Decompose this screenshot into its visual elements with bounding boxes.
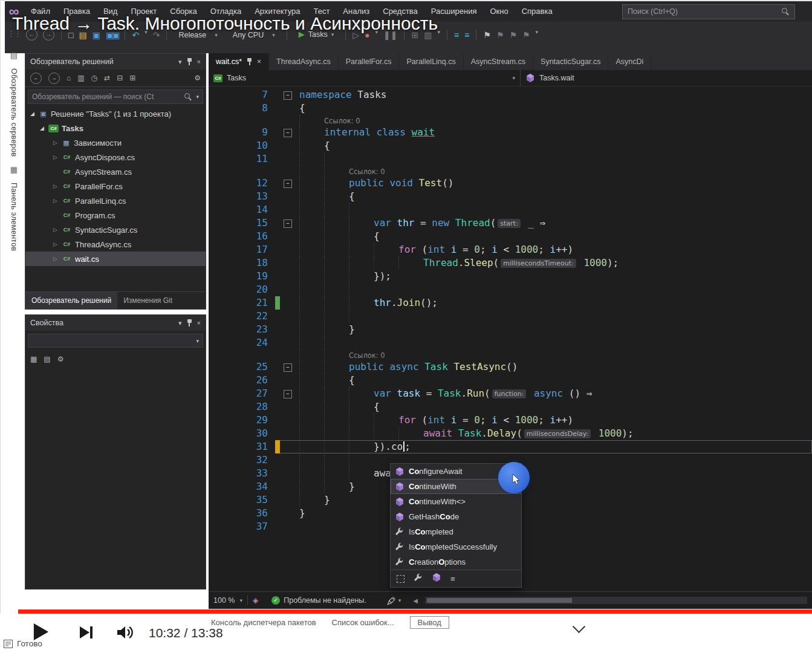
codelens-row[interactable]: Ссылок: 0 — [209, 349, 812, 360]
menu-item[interactable]: Справка — [515, 1, 559, 22]
menu-item[interactable]: Окно — [483, 1, 515, 22]
code-line[interactable]: 18Thread.Sleep(millisecondsTimeout: 1000… — [209, 256, 812, 270]
tree-item-solution[interactable]: ◢▣Решение "Tasks" (1 из 1 проекта) — [25, 106, 206, 121]
chevron-down-icon[interactable] — [573, 620, 585, 633]
fold-marker[interactable]: − — [280, 126, 296, 139]
completion-item[interactable]: ContinueWith<> — [391, 494, 521, 509]
volume-button[interactable] — [116, 625, 134, 643]
close-icon[interactable]: × — [197, 58, 201, 65]
alphabetical-icon[interactable]: ▤ — [44, 355, 50, 363]
tree-item-project[interactable]: ◢C#Tasks — [25, 121, 206, 135]
collapsed-arrow-icon[interactable]: ▷ — [52, 198, 59, 204]
chevron-down-icon[interactable]: ▾ — [178, 319, 182, 327]
completion-item[interactable]: GetHashCode — [391, 509, 521, 524]
code-line[interactable]: 10{ — [209, 139, 812, 152]
tree-item[interactable]: ▷C#AsyncDispose.cs — [25, 150, 206, 164]
chevron-down-icon[interactable]: ▾ — [239, 597, 242, 603]
tree-item[interactable]: C#Program.cs — [25, 208, 206, 223]
document-tab[interactable]: AsyncStream.cs — [464, 53, 533, 70]
collapsed-arrow-icon[interactable]: ▷ — [52, 183, 59, 189]
code-line[interactable]: 14 — [209, 203, 812, 216]
next-video-button[interactable] — [79, 625, 94, 643]
decrease-indent-icon[interactable]: ≡ — [454, 29, 459, 41]
clear-bookmarks-icon[interactable]: ⚑ — [522, 29, 530, 41]
code-line[interactable]: 12−public void Test() — [209, 177, 812, 190]
codelens-row[interactable]: Ссылок: 0 — [209, 115, 812, 126]
completion-item[interactable]: IsCompletedSuccessfully — [391, 539, 521, 554]
next-bookmark-icon[interactable]: ⚑ — [509, 29, 517, 41]
filter-all-icon[interactable] — [397, 575, 404, 583]
tree-item[interactable]: ▷C#ParallelFor.cs — [25, 179, 206, 193]
close-icon[interactable]: × — [197, 319, 201, 326]
collapse-box-icon[interactable]: − — [284, 91, 292, 100]
code-line[interactable]: 17for (int i = 0; i < 1000; i++) — [209, 243, 812, 256]
pin-icon[interactable] — [187, 319, 192, 327]
code-line[interactable]: 20 — [209, 283, 812, 296]
tree-item[interactable]: ▷C#ParallelLinq.cs — [25, 193, 206, 208]
collapse-all-icon[interactable]: ⊟ — [117, 74, 123, 82]
code-line[interactable]: 30await Task.Delay(millisecondsDelay: 10… — [209, 427, 812, 440]
horizontal-scrollbar[interactable] — [425, 597, 807, 604]
code-cleanup-button[interactable]: ▾ — [387, 596, 401, 605]
pending-changes-filter-icon[interactable]: ◷ — [91, 74, 97, 82]
collapse-box-icon[interactable]: − — [284, 180, 292, 188]
code-line[interactable]: 11 — [209, 152, 812, 166]
code-line[interactable]: 23} — [209, 323, 812, 336]
fold-marker[interactable]: − — [280, 216, 296, 230]
categorized-icon[interactable]: ▦ — [30, 355, 37, 363]
expanded-arrow-icon[interactable]: ◢ — [39, 125, 45, 131]
filter-methods-icon[interactable] — [432, 573, 441, 585]
quick-search-input[interactable]: Поиск (Ctrl+Q) — [622, 4, 795, 19]
codelens-references[interactable]: Ссылок: 0 — [324, 117, 360, 125]
document-tab[interactable]: ParallelLinq.cs — [399, 53, 463, 70]
expanded-arrow-icon[interactable]: ◢ — [29, 111, 36, 117]
panel-tab[interactable]: Обозреватель решений — [25, 292, 117, 309]
code-line[interactable]: 19}); — [209, 270, 812, 283]
scroll-left-arrow-icon[interactable]: ◀ — [413, 597, 418, 604]
collapsed-arrow-icon[interactable]: ▷ — [52, 256, 59, 262]
document-tab[interactable]: SyntacticSugar.cs — [533, 53, 608, 70]
zoom-level[interactable]: 100 % — [213, 596, 235, 605]
panel-tab[interactable]: Изменения Git — [117, 292, 178, 309]
scrollbar-thumb[interactable] — [427, 598, 572, 603]
collapse-box-icon[interactable]: − — [284, 129, 292, 137]
collapsed-arrow-icon[interactable]: ▷ — [52, 227, 59, 233]
bottom-panel-tab[interactable]: Вывод — [410, 616, 449, 629]
video-progress-bar[interactable] — [18, 609, 812, 614]
codelens-row[interactable]: Ссылок: 0 — [209, 166, 812, 177]
property-pages-icon[interactable]: ⚙ — [57, 355, 64, 363]
sidebar-tab-toolbox[interactable]: Панель элементов — [10, 183, 18, 251]
code-line[interactable]: 26{ — [209, 374, 812, 387]
document-tab[interactable]: AsyncDi — [608, 53, 651, 70]
tree-item[interactable]: ▷C#ThreadAsync.cs — [25, 237, 206, 252]
completion-item[interactable]: CreationOptions — [391, 554, 521, 570]
document-outline-icon[interactable]: ◈ — [253, 596, 258, 605]
collapse-box-icon[interactable]: − — [284, 363, 292, 372]
increase-indent-icon[interactable]: ≡ — [464, 29, 469, 41]
home-icon[interactable]: ⌂ — [67, 74, 71, 82]
tree-item[interactable]: ▷▦Зависимости — [25, 135, 206, 150]
code-line[interactable]: 29for (int i = 0; i < 1000; i++) — [209, 414, 812, 427]
code-line[interactable]: 24 — [209, 336, 812, 349]
show-all-files-icon[interactable]: ⊞ — [129, 74, 135, 82]
fold-marker[interactable]: − — [280, 360, 296, 374]
codelens-references[interactable]: Ссылок: 0 — [349, 351, 385, 360]
code-line[interactable]: 7−namespace Tasks — [209, 88, 812, 102]
chevron-down-icon[interactable]: ▾ — [178, 58, 182, 66]
code-line[interactable]: 27−var task = Task.Run(function: async (… — [209, 387, 812, 400]
document-tab[interactable]: ParallelFor.cs — [339, 53, 400, 70]
bottom-panel-tab[interactable]: Список ошибок... — [332, 618, 394, 627]
previous-bookmark-icon[interactable]: ⚑ — [496, 29, 504, 41]
back-icon[interactable]: ← — [30, 73, 42, 84]
collapse-box-icon[interactable]: − — [284, 390, 292, 398]
breadcrumb-project-dropdown[interactable]: C# Tasks ▾ — [209, 70, 521, 86]
code-line[interactable]: 9−internal class wait — [209, 126, 812, 139]
bookmark-icon[interactable]: ⚑ — [483, 29, 491, 41]
document-tab[interactable]: ThreadAsync.cs — [269, 53, 339, 70]
forward-icon[interactable]: → — [48, 73, 60, 84]
completion-item[interactable]: IsCompleted — [391, 524, 521, 539]
tree-item[interactable]: ▷C#SyntacticSugar.cs — [25, 223, 206, 237]
breadcrumb-member-dropdown[interactable]: Tasks.wait — [521, 70, 812, 86]
filter-properties-icon[interactable] — [414, 573, 423, 585]
code-line[interactable]: 25−public async Task TestAsync() — [209, 360, 812, 374]
